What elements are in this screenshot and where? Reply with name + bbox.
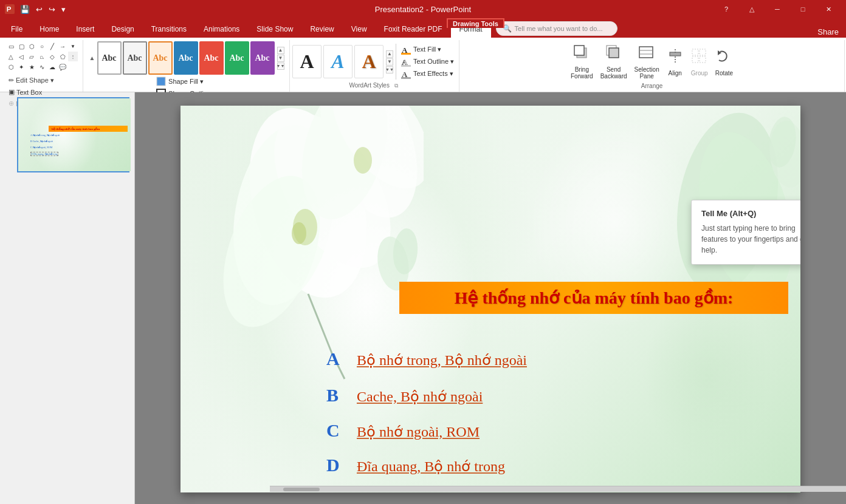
- tab-transitions[interactable]: Transitions: [143, 21, 195, 38]
- svg-rect-19: [670, 52, 681, 56]
- close-button[interactable]: ✕: [816, 0, 841, 18]
- save-button[interactable]: 💾: [18, 4, 32, 15]
- shape-line[interactable]: ╱: [47, 41, 57, 51]
- shape-arrow[interactable]: →: [58, 41, 67, 51]
- h-scrollbar-thumb[interactable]: [283, 488, 320, 491]
- shape-style-4[interactable]: Abc: [174, 41, 198, 75]
- tab-design[interactable]: Design: [103, 21, 142, 38]
- slide-title-box[interactable]: Hệ thống nhớ của máy tính bao gồm:: [399, 282, 788, 314]
- tab-view[interactable]: View: [343, 21, 376, 38]
- restore-button[interactable]: □: [790, 0, 816, 18]
- arrange-label: Arrange: [641, 83, 663, 90]
- text-cmds: A Text Fill ▾ A Text Outline ▾ A Text Ef…: [399, 44, 456, 80]
- slide-canvas: Hệ thống nhớ của máy tính bao gồm: A Bộ …: [181, 106, 800, 492]
- tell-me-placeholder: Tell me what you want to do...: [515, 25, 603, 32]
- tab-insert[interactable]: Insert: [67, 21, 103, 38]
- shape-style-5[interactable]: Abc: [199, 41, 224, 75]
- svg-rect-14: [609, 48, 619, 58]
- wordart-expand[interactable]: ⧉: [393, 82, 400, 89]
- shape-rtri[interactable]: ◁: [16, 52, 26, 61]
- slide-panel: 1 hệ thống nhớ của máy tính bao gồm A Bộ…: [0, 92, 135, 504]
- shape-cloud[interactable]: ☁: [47, 62, 57, 72]
- h-scrollbar[interactable]: [270, 486, 846, 492]
- customize-qat-button[interactable]: ▾: [60, 4, 67, 15]
- tab-review[interactable]: Review: [301, 21, 342, 38]
- tab-slideshow[interactable]: Slide Show: [248, 21, 301, 38]
- text-effects-button[interactable]: A Text Effects ▾: [399, 69, 456, 80]
- rotate-button[interactable]: Rotate: [712, 46, 736, 78]
- send-backward-button[interactable]: SendBackward: [597, 43, 630, 81]
- drawing-tools-label: Drawing Tools: [447, 18, 504, 28]
- wordart-style-3[interactable]: A: [354, 45, 383, 78]
- shape-snip-rect[interactable]: ⬡: [27, 41, 36, 51]
- shape-hexagon[interactable]: ⬡: [6, 62, 16, 72]
- selection-pane-button[interactable]: SelectionPane: [631, 43, 662, 81]
- text-outline-button[interactable]: A Text Outline ▾: [399, 56, 456, 67]
- shape-styles-prev[interactable]: ▲: [277, 47, 284, 54]
- wordart-next[interactable]: ▼: [386, 58, 393, 66]
- shape-star5[interactable]: ★: [27, 62, 36, 72]
- tab-home[interactable]: Home: [31, 21, 67, 38]
- text-box-button[interactable]: ▣ Text Box: [6, 87, 44, 97]
- answer-row-d: D Đĩa quang, Bộ nhớ trong: [326, 455, 505, 475]
- shape-samples-rows: Abc Abc Abc Abc Abc Abc Abc: [97, 41, 275, 75]
- share-button[interactable]: Share: [813, 26, 844, 38]
- shape-style-2[interactable]: Abc: [123, 41, 147, 75]
- wordart-prev[interactable]: ▲: [386, 50, 393, 58]
- wordart-style-2[interactable]: A: [323, 45, 352, 78]
- shape-style-6[interactable]: Abc: [225, 41, 249, 75]
- shape-star4[interactable]: ✦: [16, 62, 26, 72]
- wordart-style-1[interactable]: A: [292, 45, 322, 78]
- shape-style-3[interactable]: Abc: [148, 41, 173, 75]
- edit-shape-button[interactable]: ✏ Edit Shape ▾: [6, 75, 57, 86]
- shape-tri[interactable]: △: [6, 52, 16, 61]
- shape-wavy[interactable]: ∿: [37, 62, 47, 72]
- tab-animations[interactable]: Animations: [195, 21, 248, 38]
- wordart-label: WordArt Styles ⧉: [349, 82, 399, 90]
- minimize-button[interactable]: ─: [765, 0, 790, 18]
- shape-rounded-rect[interactable]: ▢: [16, 41, 26, 51]
- wordart-more[interactable]: ▼▼: [386, 66, 393, 73]
- more-shapes-btn[interactable]: ⋮: [68, 52, 78, 61]
- shape-pentagon[interactable]: ⬠: [58, 52, 67, 61]
- group-button[interactable]: Group: [688, 46, 711, 78]
- help-button[interactable]: ?: [714, 0, 739, 18]
- shape-styles-group: ▲ Abc Abc Abc Abc Abc Abc Abc ▲ ▼ ▼▼: [83, 40, 290, 92]
- thumbnail-bg: hệ thống nhớ của máy tính bao gồm A Bộ n…: [18, 98, 131, 171]
- text-fill-button[interactable]: A Text Fill ▾: [399, 44, 456, 55]
- letter-a: A: [326, 349, 345, 369]
- ribbon-toggle[interactable]: △: [739, 0, 765, 18]
- tell-me-bar[interactable]: 🔍 Tell me what you want to do...: [496, 21, 617, 36]
- shapes-grid-row: ▭ ▢ ⬡ ○ ╱ → ▼ △ ◁ ▱ ⏢ ◇ ⬠ ⋮ ⬡: [6, 41, 78, 73]
- text-c: Bộ nhớ ngoài, ROM: [357, 423, 480, 440]
- shape-oval[interactable]: ○: [37, 41, 47, 51]
- shape-rect[interactable]: ▭: [6, 41, 16, 51]
- shape-style-7[interactable]: Abc: [250, 41, 275, 75]
- window-title: Presentation2 - PowerPoint: [375, 5, 471, 14]
- answer-row-b: B Cache, Bộ nhớ ngoài: [326, 385, 483, 406]
- align-button[interactable]: Align: [664, 46, 687, 78]
- shape-callout[interactable]: 💬: [58, 62, 67, 72]
- shape-styles-more[interactable]: ▼▼: [277, 63, 284, 70]
- svg-rect-20: [692, 49, 698, 55]
- undo-button[interactable]: ↩: [34, 4, 44, 15]
- shape-styles-scroll-up[interactable]: ▲: [89, 41, 96, 75]
- tab-file[interactable]: File: [2, 21, 31, 38]
- redo-button[interactable]: ↪: [47, 4, 57, 15]
- text-fill-icon: A: [401, 45, 411, 55]
- thumb-answer-c: C Bộ nhớ ngoài, ROM: [30, 146, 52, 149]
- shape-style-1[interactable]: Abc: [97, 41, 122, 75]
- rotate-icon: [715, 48, 732, 69]
- shape-diamond[interactable]: ◇: [47, 52, 57, 61]
- tooltip-popup: Tell Me (Alt+Q) Just start typing here t…: [691, 200, 800, 265]
- letter-b: B: [326, 385, 345, 406]
- shapes-grid: ▭ ▢ ⬡ ○ ╱ → ▼ △ ◁ ▱ ⏢ ◇ ⬠ ⋮ ⬡: [6, 41, 78, 72]
- shape-parallelogram[interactable]: ▱: [27, 52, 36, 61]
- shape-trapez[interactable]: ⏢: [37, 52, 47, 61]
- shape-fill-button[interactable]: Shape Fill ▾: [154, 76, 219, 87]
- shape-styles-next[interactable]: ▼: [277, 55, 284, 62]
- scroll-shapes-down[interactable]: ▼: [68, 41, 78, 51]
- bring-forward-button[interactable]: BringForward: [568, 43, 596, 81]
- tab-foxit[interactable]: Foxit Reader PDF: [376, 21, 451, 38]
- slide-thumbnail[interactable]: hệ thống nhớ của máy tính bao gồm A Bộ n…: [17, 97, 129, 172]
